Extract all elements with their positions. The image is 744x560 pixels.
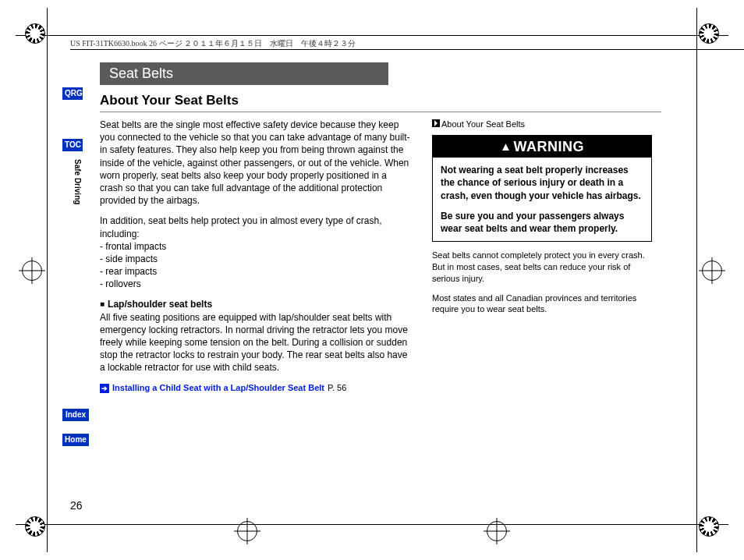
crop-line-top [16,35,728,36]
side-note: Seat belts cannot completely protect you… [432,250,652,285]
crosshair-icon [484,518,510,544]
nav-home[interactable]: Home [62,434,89,446]
list-item: - frontal impacts [100,240,412,253]
book-metadata-text: US FIT-31TK6630.book 26 ページ ２０１１年６月１５日 水… [70,39,356,48]
section-title: About Your Seat Belts [100,93,661,112]
crosshair-icon [234,518,260,544]
subsection-heading: ■Lap/shoulder seat belts [100,298,412,310]
list-item: - side impacts [100,253,412,265]
crop-line-bottom [16,524,728,525]
square-bullet-icon: ■ [100,299,105,308]
page-number: 26 [70,499,83,512]
nav-safe-driving[interactable]: Safe Driving [73,156,83,207]
side-reference: About Your Seat Belts [432,119,652,130]
chapter-title: Seat Belts [100,62,388,85]
link-text: Installing a Child Seat with a Lap/Shoul… [112,383,324,392]
warning-paragraph: Not wearing a seat belt properly increas… [441,164,643,202]
link-arrow-icon: ➔ [100,384,109,393]
list-item: - rollovers [100,278,412,290]
registration-mark-icon [25,23,45,44]
intro-paragraph: Seat belts are the single most effective… [100,119,412,207]
side-reference-text: About Your Seat Belts [441,119,525,129]
nav-index[interactable]: Index [62,409,89,421]
side-column: About Your Seat Belts ▲WARNING Not weari… [432,119,652,393]
warning-box: ▲WARNING Not wearing a seat belt properl… [432,135,652,242]
crosshair-icon [19,257,45,284]
registration-mark-icon [25,516,45,537]
warning-label: WARNING [513,139,584,154]
cross-reference-link[interactable]: ➔Installing a Child Seat with a Lap/Shou… [100,382,412,394]
nav-toc[interactable]: TOC [62,139,83,151]
header-rule [70,49,744,50]
main-column: Seat belts are the single most effective… [100,119,412,393]
link-page: P. 56 [328,383,346,392]
nav-qrg[interactable]: QRG [62,87,83,100]
impacts-lead: In addition, seat belts help protect you… [100,214,412,239]
registration-mark-icon [699,516,719,537]
subsection-heading-text: Lap/shoulder seat belts [108,299,212,310]
side-note: Most states and all Canadian provinces a… [432,292,652,316]
crop-line-right [696,8,697,552]
warning-body: Not wearing a seat belt properly increas… [433,158,651,241]
warning-heading: ▲WARNING [433,136,651,158]
impacts-list: - frontal impacts - side impacts - rear … [100,240,412,291]
list-item: - rear impacts [100,265,412,278]
chevron-icon [432,119,440,127]
subsection-body: All five seating positions are equipped … [100,311,412,374]
crop-line-left [47,8,48,552]
warning-paragraph: Be sure you and your passengers always w… [441,210,643,235]
book-metadata: US FIT-31TK6630.book 26 ページ ２０１１年６月１５日 水… [70,38,356,49]
page-content: Seat Belts About Your Seat Belts Seat be… [100,62,661,499]
crosshair-icon [699,257,725,284]
registration-mark-icon [699,23,719,44]
warning-triangle-icon: ▲ [500,140,512,153]
